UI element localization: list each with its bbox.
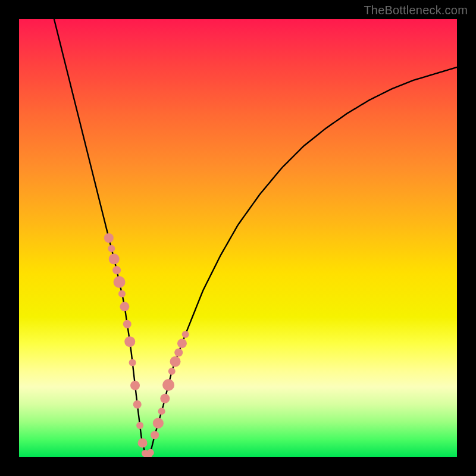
highlight-dot bbox=[151, 431, 159, 439]
highlight-dot bbox=[104, 233, 114, 243]
highlight-dot bbox=[118, 290, 126, 298]
highlight-dot bbox=[108, 245, 115, 252]
highlight-dot bbox=[123, 320, 131, 328]
curve-layer bbox=[19, 19, 457, 457]
highlight-dot bbox=[109, 253, 120, 264]
highlight-dot bbox=[112, 266, 121, 274]
watermark-text: TheBottleneck.com bbox=[364, 4, 468, 17]
highlight-dot bbox=[162, 379, 174, 391]
highlight-dot bbox=[133, 400, 142, 409]
highlight-dot bbox=[136, 422, 143, 429]
highlight-dot bbox=[177, 339, 187, 348]
chart-frame: TheBottleneck.com bbox=[0, 0, 476, 476]
highlight-dot bbox=[158, 408, 165, 415]
highlight-dot bbox=[138, 438, 148, 447]
highlight-dot bbox=[147, 449, 154, 456]
highlight-dot bbox=[168, 368, 176, 375]
plot-area bbox=[19, 19, 457, 457]
highlight-dot bbox=[124, 336, 135, 347]
highlight-dot bbox=[120, 302, 129, 311]
highlight-dots-right bbox=[151, 331, 189, 439]
highlight-dot bbox=[129, 359, 136, 367]
highlight-dot bbox=[170, 356, 181, 367]
highlight-dot bbox=[153, 418, 164, 428]
highlight-dot bbox=[114, 276, 126, 288]
highlight-dots-left bbox=[104, 233, 140, 390]
highlight-dot bbox=[174, 348, 183, 356]
highlight-dot bbox=[182, 331, 189, 338]
highlight-dot bbox=[130, 381, 140, 390]
bottleneck-curve-path bbox=[54, 19, 457, 456]
highlight-dot bbox=[160, 394, 170, 403]
